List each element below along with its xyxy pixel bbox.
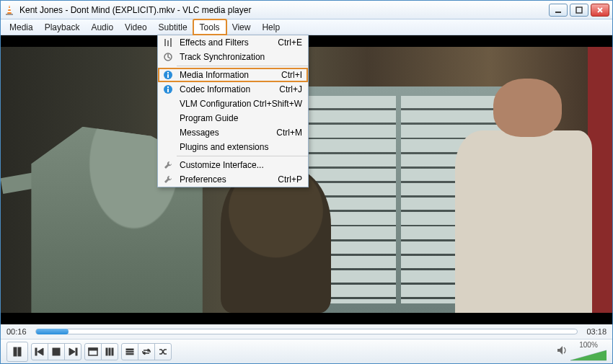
svg-rect-25 xyxy=(106,348,107,355)
menu-help[interactable]: Help xyxy=(256,19,286,35)
menu-view[interactable]: View xyxy=(226,19,257,35)
stop-button[interactable] xyxy=(48,343,65,360)
svg-rect-6 xyxy=(164,39,166,46)
seek-slider[interactable] xyxy=(35,329,578,334)
svg-rect-4 xyxy=(555,12,561,13)
tools-menu-messages[interactable]: MessagesCtrl+M xyxy=(158,125,308,140)
loop-button[interactable] xyxy=(138,343,155,360)
svg-rect-20 xyxy=(53,348,60,355)
playlist-button[interactable] xyxy=(121,343,138,360)
svg-rect-2 xyxy=(7,11,12,12)
wrench-icon xyxy=(161,160,175,170)
volume-percent-label: 100% xyxy=(579,341,598,349)
info-icon xyxy=(161,84,175,94)
volume-control: 100% xyxy=(556,341,607,362)
svg-rect-3 xyxy=(6,14,13,15)
playlist-group xyxy=(121,343,172,360)
equalizer-icon xyxy=(161,37,175,48)
svg-rect-26 xyxy=(109,348,110,355)
shuffle-button[interactable] xyxy=(154,343,172,360)
svg-rect-27 xyxy=(112,348,113,355)
menu-item-label: Program Guide xyxy=(175,113,302,123)
menu-separator xyxy=(177,156,308,156)
tools-menu-track-synchronization[interactable]: Track Synchronization xyxy=(158,50,308,64)
svg-rect-16 xyxy=(14,347,17,356)
menu-audio[interactable]: Audio xyxy=(85,19,119,35)
svg-marker-19 xyxy=(38,348,43,355)
controls-bar: 100% xyxy=(1,339,612,363)
info-icon xyxy=(161,70,175,80)
svg-rect-29 xyxy=(126,351,133,352)
menu-item-shortcut: Ctrl+E xyxy=(278,37,302,48)
menu-separator xyxy=(177,66,308,66)
svg-rect-7 xyxy=(167,40,169,46)
menu-item-label: Preferences xyxy=(175,174,278,185)
seek-fill xyxy=(36,329,69,334)
menu-item-shortcut: Ctrl+P xyxy=(278,174,302,185)
menu-item-label: Effects and Filters xyxy=(175,37,278,48)
svg-rect-18 xyxy=(35,348,37,355)
tools-menu-codec-information[interactable]: Codec InformationCtrl+J xyxy=(158,82,308,97)
menu-item-shortcut: Ctrl+I xyxy=(281,70,302,80)
svg-rect-15 xyxy=(167,86,169,88)
menu-tools[interactable]: Tools xyxy=(193,19,226,35)
menu-subtitle[interactable]: Subtitle xyxy=(153,19,193,35)
nav-group xyxy=(31,343,81,360)
tools-menu-program-guide[interactable]: Program Guide xyxy=(158,111,308,125)
svg-rect-28 xyxy=(126,349,133,350)
tools-menu-preferences[interactable]: PreferencesCtrl+P xyxy=(158,172,308,187)
svg-rect-11 xyxy=(167,74,169,78)
titlebar: Kent Jones - Dont Mind (EXPLICIT).mkv - … xyxy=(1,1,612,19)
svg-rect-24 xyxy=(89,348,97,350)
minimize-button[interactable] xyxy=(549,4,568,17)
maximize-button[interactable] xyxy=(570,4,588,17)
wrench-icon xyxy=(161,174,175,185)
svg-rect-17 xyxy=(18,347,21,356)
svg-rect-5 xyxy=(576,7,582,13)
view-group xyxy=(84,343,118,360)
menu-item-label: VLM Configuration xyxy=(175,99,253,109)
seekbar-row: 00:16 03:18 xyxy=(1,324,612,339)
extended-settings-button[interactable] xyxy=(101,343,118,360)
sync-icon xyxy=(161,52,175,62)
app-window: Kent Jones - Dont Mind (EXPLICIT).mkv - … xyxy=(0,0,613,364)
menu-item-label: Codec Information xyxy=(175,84,279,94)
tools-menu-plugins-and-extensions[interactable]: Plugins and extensions xyxy=(158,140,308,154)
menu-item-label: Messages xyxy=(175,128,276,138)
menu-media[interactable]: Media xyxy=(4,19,39,35)
next-button[interactable] xyxy=(64,343,81,360)
menu-item-shortcut: Ctrl+M xyxy=(276,128,302,138)
menubar: MediaPlaybackAudioVideoSubtitleToolsView… xyxy=(1,19,612,35)
total-time[interactable]: 03:18 xyxy=(582,327,607,336)
vlc-logo-icon xyxy=(4,4,15,16)
close-button[interactable] xyxy=(591,4,609,17)
window-title: Kent Jones - Dont Mind (EXPLICIT).mkv - … xyxy=(19,5,549,15)
menu-item-shortcut: Ctrl+J xyxy=(279,84,302,94)
speaker-icon[interactable] xyxy=(556,345,568,358)
svg-marker-21 xyxy=(69,348,75,355)
menu-video[interactable]: Video xyxy=(119,19,152,35)
volume-slider[interactable] xyxy=(570,349,607,362)
svg-marker-33 xyxy=(557,346,563,355)
svg-rect-30 xyxy=(126,353,133,355)
play-pause-button[interactable] xyxy=(6,342,28,362)
tools-menu-vlm-configuration[interactable]: VLM ConfigurationCtrl+Shift+W xyxy=(158,97,308,111)
svg-rect-1 xyxy=(8,8,11,9)
menu-item-shortcut: Ctrl+Shift+W xyxy=(253,99,302,109)
svg-rect-12 xyxy=(167,72,169,74)
menu-item-label: Media Information xyxy=(175,70,281,80)
tools-menu-effects-and-filters[interactable]: Effects and FiltersCtrl+E xyxy=(158,35,308,50)
tools-menu-media-information[interactable]: Media InformationCtrl+I xyxy=(158,68,308,82)
tools-menu-dropdown: Effects and FiltersCtrl+ETrack Synchroni… xyxy=(157,35,309,187)
window-buttons xyxy=(549,4,609,17)
svg-rect-8 xyxy=(170,38,172,47)
tools-menu-customize-interface[interactable]: Customize Interface... xyxy=(158,158,308,172)
svg-rect-14 xyxy=(167,89,169,92)
menu-playback[interactable]: Playback xyxy=(39,19,86,35)
menu-item-label: Customize Interface... xyxy=(175,160,302,170)
fullscreen-button[interactable] xyxy=(84,343,102,360)
previous-button[interactable] xyxy=(31,343,48,360)
menu-item-label: Track Synchronization xyxy=(175,52,302,62)
elapsed-time[interactable]: 00:16 xyxy=(6,327,31,336)
menu-item-label: Plugins and extensions xyxy=(175,142,302,152)
